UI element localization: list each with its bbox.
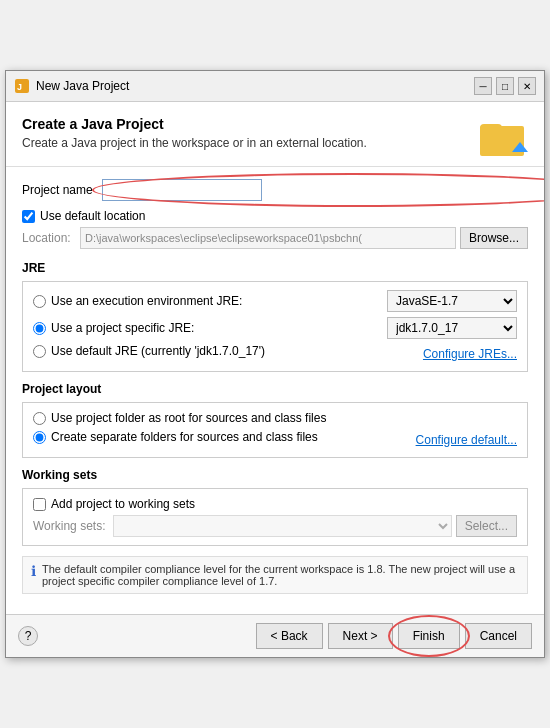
- location-label: Location:: [22, 231, 80, 245]
- finish-btn-container: Finish: [398, 623, 460, 649]
- header-text: Create a Java Project Create a Java proj…: [22, 116, 367, 150]
- browse-button[interactable]: Browse...: [460, 227, 528, 249]
- svg-text:J: J: [17, 82, 22, 92]
- next-button[interactable]: Next >: [328, 623, 393, 649]
- project-name-row: Project name: [22, 179, 528, 201]
- back-button[interactable]: < Back: [256, 623, 323, 649]
- footer-right: < Back Next > Finish Cancel: [256, 623, 532, 649]
- layout-section-title: Project layout: [22, 382, 528, 396]
- layout-section: Use project folder as root for sources a…: [22, 402, 528, 458]
- default-location-label[interactable]: Use default location: [40, 209, 145, 223]
- folder-arrow-icon: [512, 142, 528, 152]
- header-title: Create a Java Project: [22, 116, 367, 132]
- jre-option3-row: Use default JRE (currently 'jdk1.7.0_17'…: [33, 344, 517, 363]
- jre-specific-dropdown[interactable]: jdk1.7.0_17: [387, 317, 517, 339]
- title-bar: J New Java Project ─ □ ✕: [6, 71, 544, 102]
- add-working-sets-checkbox[interactable]: [33, 498, 46, 511]
- jre-option3-label[interactable]: Use default JRE (currently 'jdk1.7.0_17'…: [51, 344, 265, 358]
- configure-default-link[interactable]: Configure default...: [416, 433, 517, 447]
- add-working-sets-row: Add project to working sets: [33, 497, 517, 511]
- jre-option1-label[interactable]: Use an execution environment JRE:: [51, 294, 242, 308]
- title-bar-left: J New Java Project: [14, 78, 129, 94]
- info-message-row: ℹ The default compiler compliance level …: [22, 556, 528, 594]
- location-row: Location: Browse...: [22, 227, 528, 249]
- folder-icon: [480, 116, 528, 156]
- jre-option2-radio[interactable]: [33, 322, 46, 335]
- default-location-checkbox[interactable]: [22, 210, 35, 223]
- configure-jres-link[interactable]: Configure JREs...: [423, 347, 517, 361]
- dialog-new-java-project: J New Java Project ─ □ ✕ Create a Java P…: [5, 70, 545, 658]
- jre-option1-row: Use an execution environment JRE: JavaSE…: [33, 290, 517, 312]
- layout-option1-label[interactable]: Use project folder as root for sources a…: [51, 411, 326, 425]
- layout-option2-inner: Create separate folders for sources and …: [33, 430, 416, 444]
- select-working-sets-button[interactable]: Select...: [456, 515, 517, 537]
- add-working-sets-label[interactable]: Add project to working sets: [51, 497, 195, 511]
- title-bar-controls: ─ □ ✕: [474, 77, 536, 95]
- layout-option2-label[interactable]: Create separate folders for sources and …: [51, 430, 318, 444]
- jre-option3-radio[interactable]: [33, 345, 46, 358]
- jre-option3-inner: Use default JRE (currently 'jdk1.7.0_17'…: [33, 344, 423, 358]
- layout-option2-row: Create separate folders for sources and …: [33, 430, 517, 449]
- location-input[interactable]: [80, 227, 456, 249]
- jre-section: Use an execution environment JRE: JavaSE…: [22, 281, 528, 372]
- layout-option2-radio[interactable]: [33, 431, 46, 444]
- project-name-label: Project name: [22, 183, 102, 197]
- working-sets-title: Working sets: [22, 468, 528, 482]
- working-sets-selector-row: Working sets: Select...: [33, 515, 517, 537]
- help-button[interactable]: ?: [18, 626, 38, 646]
- finish-button[interactable]: Finish: [398, 623, 460, 649]
- layout-option1-row: Use project folder as root for sources a…: [33, 411, 517, 425]
- info-message: The default compiler compliance level fo…: [42, 563, 519, 587]
- default-location-row: Use default location: [22, 209, 528, 223]
- jre-option2-row: Use a project specific JRE: jdk1.7.0_17: [33, 317, 517, 339]
- project-name-input[interactable]: [102, 179, 262, 201]
- project-name-container: [102, 179, 528, 201]
- working-sets-label: Working sets:: [33, 519, 113, 533]
- footer: ? < Back Next > Finish Cancel: [6, 614, 544, 657]
- layout-option1-radio[interactable]: [33, 412, 46, 425]
- jre-execution-env-dropdown[interactable]: JavaSE-1.7: [387, 290, 517, 312]
- jre-section-title: JRE: [22, 261, 528, 275]
- footer-left: ?: [18, 626, 38, 646]
- header-subtitle: Create a Java project in the workspace o…: [22, 136, 367, 150]
- jre-option2-label[interactable]: Use a project specific JRE:: [51, 321, 194, 335]
- minimize-button[interactable]: ─: [474, 77, 492, 95]
- jre-option1-radio[interactable]: [33, 295, 46, 308]
- content-area: Project name Use default location Locati…: [6, 167, 544, 614]
- java-project-icon: J: [14, 78, 30, 94]
- cancel-button[interactable]: Cancel: [465, 623, 532, 649]
- dialog-title: New Java Project: [36, 79, 129, 93]
- working-sets-section: Add project to working sets Working sets…: [22, 488, 528, 546]
- maximize-button[interactable]: □: [496, 77, 514, 95]
- info-icon: ℹ: [31, 563, 36, 587]
- header-section: Create a Java Project Create a Java proj…: [6, 102, 544, 167]
- close-button[interactable]: ✕: [518, 77, 536, 95]
- working-sets-dropdown[interactable]: [113, 515, 452, 537]
